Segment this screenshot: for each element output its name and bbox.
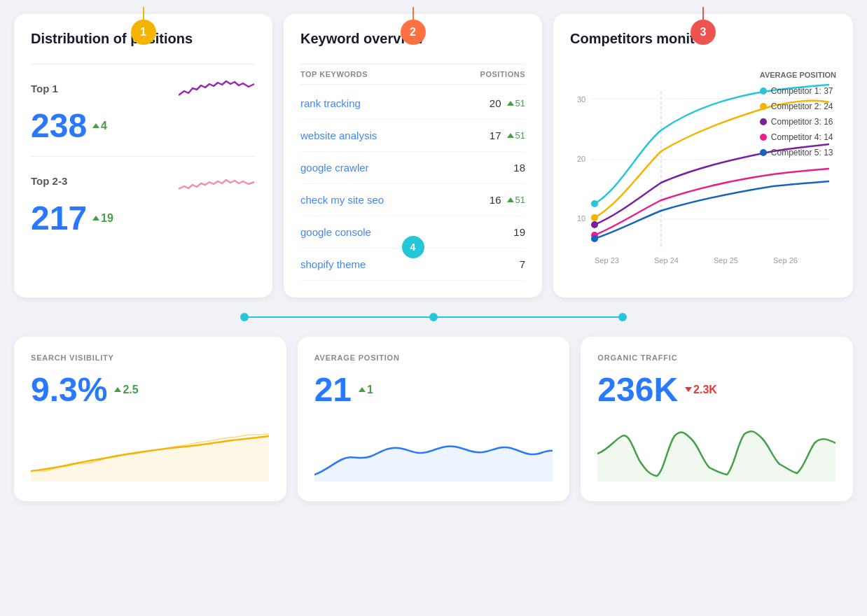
legend-dot-3	[760, 118, 767, 125]
kw-name-3[interactable]: google crawler	[300, 162, 369, 174]
kw-right-1: 20 51	[485, 97, 525, 109]
pin-line-1	[143, 7, 144, 20]
kw-pos-2: 17	[485, 130, 501, 141]
bottom-row: SEARCH VISIBILITY 9.3% 2.5 AVERAGE POSIT…	[14, 337, 853, 501]
col-positions-label: POSITIONS	[480, 70, 525, 78]
search-visibility-number: 9.3%	[31, 370, 107, 409]
col-keywords-label: TOP KEYWORDS	[300, 70, 368, 78]
top1-sparkline	[179, 76, 256, 104]
kw-row-3: google crawler 18	[300, 152, 525, 184]
avg-position-number: 21	[314, 370, 352, 409]
legend-label-4: Competitor 4: 14	[771, 132, 833, 142]
badge-3: 3	[691, 20, 716, 45]
kw-right-2: 17 51	[485, 130, 525, 141]
svg-text:Sep 24: Sep 24	[654, 256, 679, 265]
kw-right-5: 19	[508, 226, 525, 238]
avg-position-chart	[314, 426, 553, 482]
kw-name-4[interactable]: check my site seo	[300, 194, 384, 206]
legend-dot-2	[760, 103, 767, 110]
competitors-chart-area: 30 20 10 Sep 23 Sep 24 Sep 25 Sep 26	[570, 64, 836, 276]
kw-pos-4: 16	[485, 194, 501, 206]
dist-divider-top	[31, 64, 256, 64]
distribution-title: Distribution of positions	[31, 31, 193, 47]
svg-point-13	[591, 221, 598, 228]
organic-traffic-label: ORGANIC TRAFFIC	[597, 354, 836, 362]
search-visibility-change: 2.5	[114, 384, 138, 396]
kw-header: TOP KEYWORDS POSITIONS	[300, 64, 525, 85]
connection-svg	[146, 304, 721, 330]
svg-point-12	[591, 214, 598, 221]
connection-row	[14, 304, 853, 330]
top23-sparkline	[179, 168, 256, 196]
search-visibility-chart	[31, 426, 269, 482]
svg-text:Sep 26: Sep 26	[773, 256, 798, 265]
top23-change: 19	[92, 212, 113, 225]
kw-right-3: 18	[508, 162, 525, 174]
kw-pos-6: 7	[508, 258, 525, 270]
average-position-card: AVERAGE POSITION 21 1	[298, 337, 570, 501]
svg-text:Sep 25: Sep 25	[714, 256, 738, 265]
kw-arrow-1	[507, 101, 514, 106]
dist-divider-mid	[31, 156, 256, 157]
kw-name-1[interactable]: rank tracking	[300, 97, 361, 109]
ot-change-val: 2.3K	[693, 384, 717, 396]
competitors-legend: AVERAGE POSITION Competitor 1: 37 Compet…	[760, 71, 836, 158]
legend-4: Competitor 4: 14	[760, 132, 836, 142]
legend-dot-5	[760, 149, 767, 156]
kw-change-4: 51	[507, 195, 525, 205]
pin-line-2	[412, 7, 414, 20]
avg-position-label: AVERAGE POSITION	[314, 354, 553, 362]
search-visibility-value-row: 9.3% 2.5	[31, 370, 270, 409]
legend-2: Competitor 2: 24	[760, 102, 836, 111]
keyword-card: 2 Keyword overview TOP KEYWORDS POSITION…	[284, 14, 542, 298]
badge-pin-2: 2	[401, 7, 426, 45]
svg-point-11	[591, 200, 598, 207]
ap-change-val: 1	[367, 384, 373, 396]
sv-arrow	[114, 387, 121, 392]
kw-name-2[interactable]: website analysis	[300, 130, 377, 141]
svg-point-15	[591, 235, 598, 242]
top1-value-row: 238 4	[31, 106, 256, 145]
top1-number: 238	[31, 106, 87, 145]
kw-name-6[interactable]: shopify theme	[300, 258, 366, 270]
organic-traffic-card: ORGANIC TRAFFIC 236K 2.3K	[581, 337, 853, 501]
top1-row: Top 1	[31, 76, 256, 104]
avg-position-change: 1	[359, 384, 373, 396]
kw-right-6: 7	[508, 258, 525, 270]
kw-name-5[interactable]: google console	[300, 226, 371, 238]
top1-arrow	[92, 123, 99, 128]
kw-row-6: shopify theme 4 7	[300, 248, 525, 281]
pin-line-3	[702, 7, 704, 20]
top23-change-val: 19	[101, 212, 113, 225]
kw-pos-1: 20	[485, 97, 501, 109]
top23-label: Top 2-3	[31, 175, 67, 187]
sv-change-val: 2.5	[123, 384, 138, 396]
kw-change-2: 51	[507, 130, 525, 141]
badge-pin-1: 1	[131, 7, 156, 45]
search-visibility-card: SEARCH VISIBILITY 9.3% 2.5	[14, 337, 286, 501]
svg-text:10: 10	[577, 214, 585, 223]
top23-arrow	[92, 216, 99, 220]
legend-3: Competitor 3: 16	[760, 117, 836, 127]
top23-number: 217	[31, 199, 87, 237]
top-row: 1 Distribution of positions Top 1 238 4	[14, 14, 853, 298]
top1-change: 4	[92, 120, 107, 132]
top1-label: Top 1	[31, 83, 58, 94]
kw-arrow-2	[507, 133, 514, 138]
kw-pos-5: 19	[508, 226, 525, 238]
competitors-card: 3 Competitors monitor 30 20 10 Sep 23 Se…	[553, 14, 853, 298]
legend-dot-4	[760, 134, 767, 141]
organic-traffic-change: 2.3K	[685, 384, 717, 396]
organic-traffic-number: 236K	[597, 370, 678, 409]
kw-row-1: rank tracking 20 51	[300, 88, 525, 120]
competitors-title: Competitors monitor	[570, 31, 709, 47]
avg-position-value-row: 21 1	[314, 370, 553, 409]
kw-arrow-4	[507, 197, 514, 202]
legend-label-5: Competitor 5: 13	[771, 148, 833, 158]
badge-2: 2	[401, 20, 426, 45]
kw-pos-3: 18	[508, 162, 525, 174]
legend-dot-1	[760, 88, 767, 94]
top23-row: Top 2-3	[31, 168, 256, 196]
legend-5: Competitor 5: 13	[760, 148, 836, 158]
badge-4: 4	[402, 236, 424, 258]
